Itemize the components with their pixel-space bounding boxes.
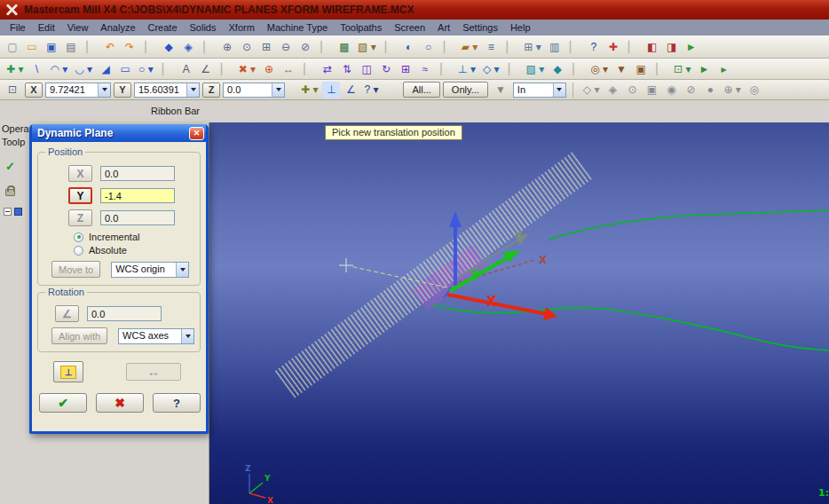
gnomon-orientation[interactable]: ∠ <box>342 82 359 98</box>
select-inside[interactable]: ◇ ▾ <box>580 82 603 98</box>
shading-toggle[interactable]: ◐ <box>400 38 418 55</box>
dropdown-arrow-icon[interactable] <box>272 83 284 97</box>
xform-translate[interactable]: ⇄ <box>319 60 336 77</box>
select-machine[interactable]: ⊡ ▾ <box>671 60 693 77</box>
align-with-button[interactable]: Align with <box>51 327 107 344</box>
xform-offset[interactable]: ≈ <box>416 60 434 77</box>
post-process[interactable]: ▸ <box>715 60 732 77</box>
separator[interactable]: ▏ <box>217 60 234 77</box>
x-axis-button[interactable]: X <box>68 165 92 182</box>
select-only-button[interactable]: Only... <box>443 82 488 98</box>
create-fillet[interactable]: ◡ ▾ <box>72 60 95 77</box>
dialog-title-bar[interactable]: Dynamic Plane ✕ <box>32 124 206 142</box>
quick-mask-lines[interactable]: ⊕ ▾ <box>721 82 743 98</box>
spline-curve-upper[interactable] <box>549 210 829 240</box>
create-surface[interactable]: ▨ ▾ <box>524 60 548 77</box>
radio-icon[interactable] <box>74 246 83 256</box>
zoom-fit[interactable]: ⊞ <box>257 38 275 55</box>
entity-attributes[interactable]: ▰ ▾ <box>459 38 481 55</box>
rotation-angle-button[interactable]: ∠ <box>55 305 79 322</box>
separator[interactable]: ▏ <box>199 38 217 55</box>
create-drafting[interactable]: ∠ <box>197 60 215 77</box>
menu-item[interactable]: Settings <box>456 21 504 34</box>
close-icon[interactable]: ✕ <box>189 127 204 140</box>
grid-settings[interactable]: ⊞ ▾ <box>521 38 543 55</box>
dropdown-arrow-icon[interactable] <box>176 263 188 277</box>
y-coordinate-input[interactable]: 15.60391 <box>134 83 200 98</box>
menu-item[interactable]: Xform <box>223 21 261 34</box>
redo[interactable]: ↷ <box>121 38 138 55</box>
menu-item[interactable]: Art <box>431 21 456 34</box>
wcs-manager[interactable]: ⊥ ▾ <box>455 60 478 77</box>
wireframe-toggle[interactable]: ○ <box>420 38 438 55</box>
y-coordinate-button[interactable]: Y <box>114 83 131 98</box>
regenerate-check-icon[interactable]: ✓ <box>5 160 15 173</box>
select-mask[interactable]: ▣ <box>643 82 660 98</box>
x-coordinate-button[interactable]: X <box>25 83 43 98</box>
print[interactable]: ▤ <box>62 38 80 55</box>
toolpath-pocket[interactable]: ▣ <box>632 60 650 77</box>
delete-entities[interactable]: ◆ <box>160 38 178 55</box>
level-manager[interactable]: ≡ <box>482 38 500 55</box>
incremental-radio[interactable]: Incremental <box>74 232 194 242</box>
separator[interactable]: ▏ <box>299 60 317 77</box>
z-position-field[interactable]: 0.0 <box>100 210 175 225</box>
select-result[interactable]: ◈ <box>604 82 621 98</box>
undelete-entities[interactable]: ◈ <box>179 38 197 55</box>
gnomon-display-button[interactable]: ⊥ <box>53 361 83 382</box>
xform-rotate[interactable]: ↻ <box>377 60 395 77</box>
toolpath-drill[interactable]: ▼ <box>612 60 630 77</box>
create-rectangle[interactable]: ▭ <box>116 60 134 77</box>
absolute-radio[interactable]: Absolute <box>74 245 194 256</box>
verify[interactable]: ► <box>695 60 713 77</box>
separator[interactable]: ▏ <box>568 60 586 77</box>
trim-break[interactable]: ✖ ▾ <box>236 60 258 77</box>
separator[interactable]: ▏ <box>439 38 457 55</box>
autocursor-config[interactable]: ? ▾ <box>361 82 381 98</box>
select-last[interactable]: ◉ <box>662 82 680 98</box>
repaint[interactable]: ▩ <box>336 38 353 55</box>
menu-item[interactable]: Edit <box>32 21 61 34</box>
mastercam-help[interactable]: ✚ <box>604 38 622 55</box>
autocursor-icon[interactable]: ⊡ <box>4 82 21 98</box>
create-point[interactable]: ✚ ▾ <box>4 60 26 77</box>
unzoom[interactable]: ⊖ <box>277 38 295 55</box>
dynamic-gnomon-active[interactable]: ⊥ <box>322 82 340 98</box>
radio-selected-icon[interactable] <box>74 232 83 242</box>
xform-mirror[interactable]: ◫ <box>358 60 375 77</box>
separator[interactable]: ▏ <box>501 38 519 55</box>
z-coordinate-button[interactable]: Z <box>202 83 220 98</box>
menu-item[interactable]: View <box>61 21 95 34</box>
x-axis-label[interactable]: X <box>486 294 497 310</box>
z-coordinate-input[interactable]: 0.0 <box>223 83 285 98</box>
title-bar[interactable]: Mastercam Mill X4 C:\JOBS\X4\DYNAMIC PLA… <box>0 0 829 20</box>
menu-item[interactable]: Screen <box>388 21 431 34</box>
viewsheets[interactable]: ▥ <box>546 38 564 55</box>
zoom-window[interactable]: ⊕ <box>218 38 236 55</box>
cancel-button[interactable]: ✖ <box>96 393 144 413</box>
operations-manager-toggle[interactable]: ◧ <box>643 38 661 55</box>
open-file[interactable]: ▭ <box>23 38 41 55</box>
save-file[interactable]: ▣ <box>43 38 60 55</box>
toolbar-states[interactable]: ◨ <box>663 38 681 55</box>
x-position-field[interactable]: 0.0 <box>100 166 175 181</box>
join-entities[interactable]: ⊕ <box>260 60 278 77</box>
tab-operations[interactable]: Opera <box>2 123 29 134</box>
y-axis-button[interactable]: Y <box>68 187 92 204</box>
dropdown-arrow-icon[interactable] <box>553 83 565 97</box>
separator[interactable]: ▏ <box>316 38 334 55</box>
z-axis-button[interactable]: Z <box>68 209 92 226</box>
toolpath-contour[interactable]: ◎ ▾ <box>588 60 611 77</box>
separator[interactable]: ▏ <box>140 38 158 55</box>
xform-dynamic[interactable]: ⇅ <box>338 60 356 77</box>
x-coordinate-input[interactable]: 9.72421 <box>45 83 111 98</box>
rotation-angle-field[interactable]: 0.0 <box>87 306 162 321</box>
menu-item[interactable]: Help <box>504 21 537 34</box>
y-axis-label[interactable]: Y <box>470 268 481 284</box>
separator[interactable]: ▏ <box>565 38 583 55</box>
move-to-button[interactable]: Move to <box>51 261 100 278</box>
select-all-button[interactable]: All... <box>403 82 439 98</box>
spline-curve-lower[interactable] <box>433 305 829 350</box>
graphics-viewport[interactable]: Y X Y X <box>209 122 829 504</box>
create-solid[interactable]: ◆ <box>549 60 566 77</box>
